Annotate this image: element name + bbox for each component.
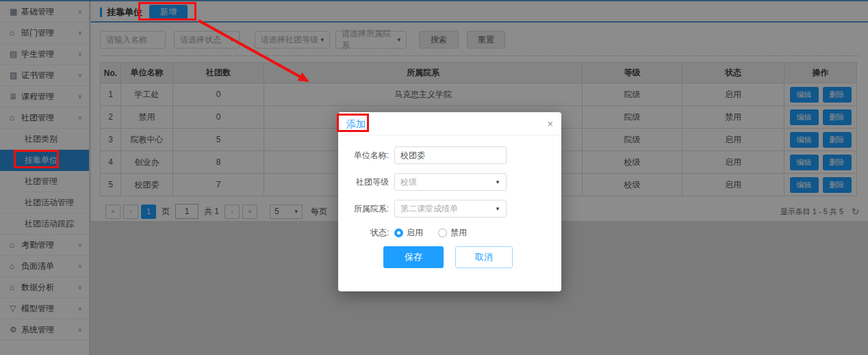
annotation-box-affiliated-unit <box>14 150 59 168</box>
radio-on-icon <box>394 228 403 237</box>
annotation-box-modal-title <box>337 114 369 132</box>
modal-header: 添加 × <box>338 112 561 135</box>
radio-off-icon <box>438 228 447 237</box>
status-label: 状态: <box>338 224 389 241</box>
unit-name-input[interactable] <box>394 146 507 164</box>
add-unit-modal: 添加 × 单位名称: 社团等级 校级 ▼ 所属院系: 第二课堂成绩单 ▼ 状态:… <box>338 112 561 291</box>
unit-name-label: 单位名称: <box>338 146 389 164</box>
close-icon[interactable]: × <box>547 118 553 129</box>
caret-down-icon: ▼ <box>495 179 500 185</box>
status-disabled-radio[interactable]: 禁用 <box>438 227 467 239</box>
cancel-button[interactable]: 取消 <box>455 246 513 268</box>
caret-down-icon: ▼ <box>495 206 500 212</box>
annotation-box-add-button <box>138 2 196 21</box>
app-root: ▦ 基础管理 ∨ ⌂ 部门管理 ∨ ▤ 学生管理 ∨ ▧ 证书管理 ∨ ≣ 课程… <box>0 0 868 355</box>
club-level-label: 社团等级 <box>338 173 389 191</box>
annotation-arrow <box>192 15 318 90</box>
status-enabled-radio[interactable]: 启用 <box>394 227 423 239</box>
club-level-select[interactable]: 校级 ▼ <box>394 173 507 191</box>
college-label: 所属院系: <box>338 200 389 218</box>
status-radio-group: 启用 禁用 <box>394 226 467 239</box>
college-select[interactable]: 第二课堂成绩单 ▼ <box>394 200 507 218</box>
save-button[interactable]: 保存 <box>383 246 444 268</box>
